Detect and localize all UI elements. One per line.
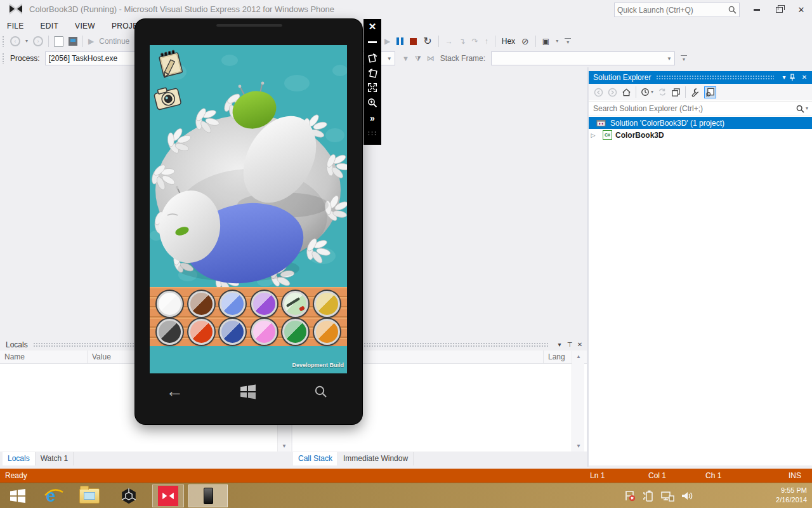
break-all-icon[interactable] [396, 37, 403, 45]
properties-wrench-icon[interactable] [690, 88, 700, 97]
scroll-down-icon[interactable]: ▼ [278, 441, 291, 451]
pin-icon[interactable] [789, 74, 799, 81]
windows-start-button[interactable] [239, 383, 257, 401]
close-icon[interactable]: ✕ [799, 74, 809, 81]
collapse-all-icon[interactable] [671, 88, 681, 97]
volume-icon[interactable] [680, 490, 694, 502]
tree-node-project[interactable]: ▷ C# ColorBook3D [589, 129, 812, 141]
paint-pot-orange[interactable] [314, 319, 340, 345]
toolbar-overflow-icon[interactable]: ▾ [565, 38, 571, 45]
column-name[interactable]: Name [0, 351, 88, 363]
expander-icon[interactable]: ▷ [589, 132, 598, 138]
window-position-icon[interactable]: ▾ [779, 74, 789, 81]
toolbar-overflow-icon[interactable]: ▾ [681, 55, 687, 62]
paint-pot-pale-green[interactable] [282, 291, 308, 317]
menu-view[interactable]: VIEW [75, 22, 95, 30]
paint-pot-black[interactable] [157, 319, 183, 345]
preview-selected-items-toggle[interactable] [704, 86, 716, 98]
navigate-back-dropdown-icon[interactable]: ▾ [25, 39, 28, 44]
window-position-icon[interactable]: ▾ [554, 342, 565, 348]
restore-button[interactable] [771, 4, 787, 15]
paint-pot-pink[interactable] [251, 319, 277, 345]
flag-threads-icon[interactable]: ⧩ [415, 55, 421, 63]
action-center-flag-icon[interactable] [624, 490, 636, 502]
show-next-statement-icon[interactable]: → [445, 37, 453, 45]
paint-pot-cornflower-blue[interactable] [219, 291, 246, 317]
phone-search-button[interactable] [314, 385, 328, 399]
solution-explorer-searchbox[interactable]: ▾ [589, 101, 812, 116]
paint-pot-brown[interactable] [188, 291, 214, 317]
tree-node-solution[interactable]: Solution 'ColorBook3D' (1 project) [589, 117, 812, 129]
emulator-minimize-icon[interactable] [363, 34, 381, 50]
breakpoints-window-icon[interactable]: ▣ [542, 37, 549, 45]
suppress-jit-icon[interactable]: ⊘ [521, 37, 529, 46]
callstack-scrollbar[interactable]: ▲ ▼ [572, 351, 584, 451]
home-icon[interactable] [622, 88, 631, 97]
solution-explorer-titlebar[interactable]: Solution Explorer ▾ ✕ [589, 71, 812, 84]
search-icon[interactable]: ▾ [796, 105, 812, 113]
power-battery-icon[interactable] [642, 490, 655, 502]
internet-explorer-button[interactable]: e [37, 485, 65, 507]
back-icon[interactable] [594, 88, 603, 97]
close-icon[interactable]: ✕ [575, 342, 585, 348]
zoom-icon[interactable] [363, 95, 381, 110]
forward-icon[interactable] [608, 88, 617, 97]
tab-locals[interactable]: Locals [3, 452, 36, 465]
rotate-right-icon[interactable] [363, 65, 381, 80]
start-icon[interactable]: ▶ [384, 37, 390, 46]
phone-screen[interactable]: Development Build [150, 45, 347, 373]
windows-dropdown-icon[interactable]: ▾ [556, 39, 558, 44]
emulator-toolbar-grip[interactable] [367, 131, 377, 136]
tab-watch1[interactable]: Watch 1 [36, 452, 74, 465]
pending-changes-filter-icon[interactable]: ▾ [641, 88, 653, 97]
quick-launch-input[interactable] [615, 6, 728, 15]
minimize-button[interactable] [749, 4, 765, 15]
stop-debugging-icon[interactable] [410, 38, 417, 45]
network-icon[interactable] [660, 490, 674, 502]
navigate-forward-icon[interactable]: › [33, 36, 43, 46]
toolbar-grip[interactable] [2, 53, 5, 64]
paint-pot-navy[interactable] [219, 319, 246, 345]
stack-frame-combobox[interactable]: ▼ [491, 51, 675, 65]
scroll-down-icon[interactable]: ▼ [572, 441, 585, 451]
rotate-left-icon[interactable] [363, 50, 381, 65]
restart-icon[interactable]: ↻ [423, 36, 431, 46]
tab-immediate-window[interactable]: Immediate Window [338, 452, 414, 465]
refresh-icon[interactable] [658, 88, 667, 97]
paint-pot-white[interactable] [157, 291, 183, 317]
step-out-icon[interactable]: ↑ [485, 37, 488, 45]
back-button[interactable]: ← [166, 382, 183, 400]
paint-pot-gold[interactable] [314, 291, 340, 317]
fit-to-screen-icon[interactable] [363, 80, 381, 95]
step-over-icon[interactable]: ↷ [472, 37, 478, 45]
paint-pot-purple[interactable] [251, 291, 277, 317]
tab-callstack[interactable]: Call Stack [293, 452, 338, 465]
paint-pot-red[interactable] [188, 319, 214, 345]
thread-filter-icon[interactable]: ▼ [402, 55, 409, 62]
camera-button[interactable] [151, 82, 184, 115]
scroll-up-icon[interactable]: ▲ [572, 351, 585, 362]
visual-studio-taskbar-button[interactable] [152, 485, 184, 507]
unity-button[interactable] [114, 485, 143, 507]
toolbar-grip[interactable] [2, 36, 5, 47]
file-explorer-button[interactable] [75, 485, 104, 507]
menu-file[interactable]: FILE [7, 22, 24, 30]
navigate-back-icon[interactable]: ‹ [10, 36, 20, 46]
taskbar-clock[interactable]: 9:55 PM 2/16/2014 [776, 486, 807, 505]
show-threads-icon[interactable]: ⋈ [427, 54, 435, 63]
new-file-icon[interactable] [54, 36, 63, 47]
notepad-button[interactable] [155, 48, 187, 80]
continue-button[interactable]: Continue [99, 37, 129, 46]
hex-toggle-button[interactable]: Hex [502, 37, 515, 46]
continue-play-icon[interactable]: ▶ [88, 37, 94, 46]
close-button[interactable]: ✕ [793, 4, 809, 15]
phone-emulator-taskbar-button[interactable] [188, 485, 228, 507]
save-icon[interactable] [69, 37, 77, 46]
quick-launch-box[interactable] [614, 3, 740, 17]
paint-pot-green[interactable] [282, 319, 308, 345]
menu-edit[interactable]: EDIT [41, 22, 59, 30]
step-into-icon[interactable]: ↴ [459, 37, 466, 45]
solution-search-input[interactable] [589, 104, 796, 113]
start-button[interactable] [4, 485, 32, 507]
emulator-close-icon[interactable]: ✕ [363, 19, 381, 34]
